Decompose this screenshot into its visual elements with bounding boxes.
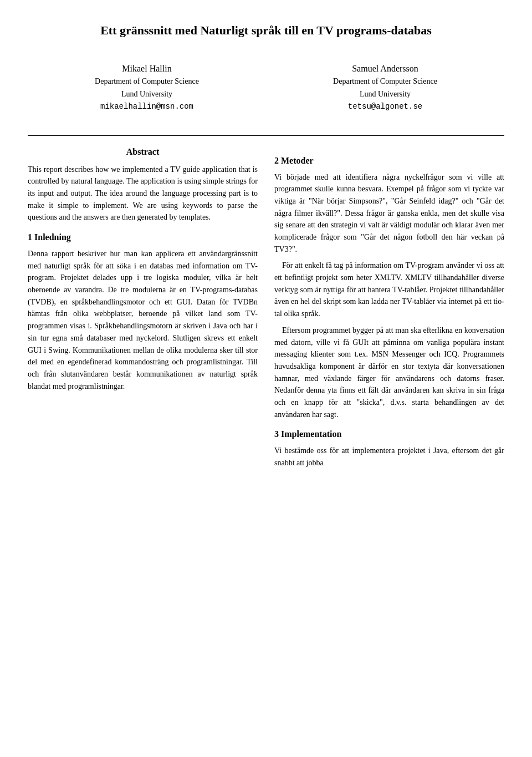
left-column: Abstract This report describes how we im… (28, 147, 258, 397)
abstract-text: This report describes how we implemented… (28, 164, 258, 223)
section1-heading: 1 Inledning (28, 232, 258, 242)
author-block-2: Samuel Andersson Department of Computer … (333, 62, 437, 113)
author-email-1: mikaelhallin@msn.com (95, 100, 199, 113)
right-column: 2 Metoder Vi började med att identifiera… (274, 147, 504, 474)
section2-heading: 2 Metoder (274, 156, 504, 166)
author-dept-1: Department of Computer Science (95, 75, 199, 88)
author-block-1: Mikael Hallin Department of Computer Sci… (95, 62, 199, 113)
section3-text1: Vi bestämde oss för att implementera pro… (274, 445, 504, 469)
abstract-heading: Abstract (28, 147, 258, 157)
content-columns: Abstract This report describes how we im… (28, 147, 504, 474)
content-divider (28, 135, 504, 136)
section2-text3: Eftersom programmet bygger på att man sk… (274, 324, 504, 421)
section2-text1: Vi började med att identifiera några nyc… (274, 171, 504, 256)
authors-row: Mikael Hallin Department of Computer Sci… (28, 62, 504, 113)
section3-heading: 3 Implementation (274, 429, 504, 439)
page-title: Ett gränssnitt med Naturligt språk till … (28, 22, 504, 39)
author-name-1: Mikael Hallin (95, 62, 199, 76)
section2-text2: För att enkelt få tag på information om … (274, 260, 504, 319)
author-dept-2: Department of Computer Science (333, 75, 437, 88)
author-email-2: tetsu@algonet.se (333, 100, 437, 113)
author-uni-2: Lund University (333, 88, 437, 100)
section1-text1: Denna rapport beskriver hur man kan appl… (28, 248, 258, 392)
author-name-2: Samuel Andersson (333, 62, 437, 76)
author-uni-1: Lund University (95, 88, 199, 100)
